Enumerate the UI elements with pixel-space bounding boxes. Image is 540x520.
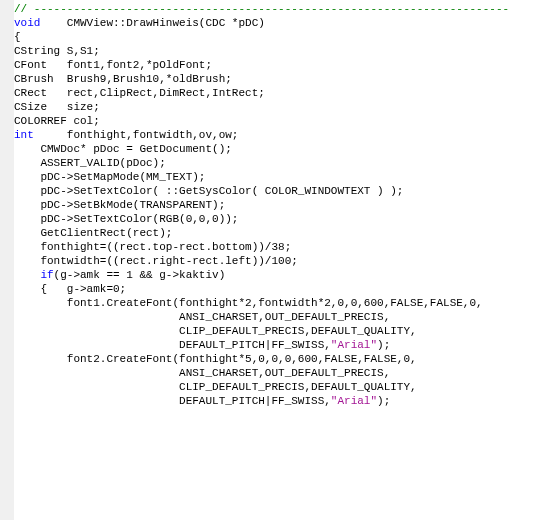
token: ASSERT_VALID(pDoc); [14,157,166,169]
code-line[interactable]: ANSI_CHARSET,OUT_DEFAULT_PRECIS, [14,366,509,380]
code-line[interactable]: CMWDoc* pDoc = GetDocument(); [14,142,509,156]
code-line[interactable]: { [14,30,509,44]
code-line[interactable]: void CMWView::DrawHinweis(CDC *pDC) [14,16,509,30]
code-line[interactable]: font1.CreateFont(fonthight*2,fontwidth*2… [14,296,509,310]
code-line[interactable]: CString S,S1; [14,44,509,58]
token [14,269,40,281]
token: pDC->SetMapMode(MM_TEXT); [14,171,205,183]
token: CString S,S1; [14,45,100,57]
token: DEFAULT_PITCH|FF_SWISS, [14,339,331,351]
token: fontwidth=((rect.right-rect.left))/100; [14,255,298,267]
token: DEFAULT_PITCH|FF_SWISS, [14,395,331,407]
code-line[interactable]: CFont font1,font2,*pOldFont; [14,58,509,72]
token: ); [377,395,390,407]
code-line[interactable]: // -------------------------------------… [14,2,509,16]
code-line[interactable]: ASSERT_VALID(pDoc); [14,156,509,170]
token: CBrush Brush9,Brush10,*oldBrush; [14,73,232,85]
token: pDC->SetTextColor(RGB(0,0,0)); [14,213,238,225]
code-line[interactable]: pDC->SetTextColor(RGB(0,0,0)); [14,212,509,226]
code-editor[interactable]: // -------------------------------------… [14,0,509,408]
token: font1.CreateFont(fonthight*2,fontwidth*2… [14,297,483,309]
token: fonthight,fontwidth,ov,ow; [34,129,239,141]
token: (g->amk == 1 && g->kaktiv) [54,269,226,281]
token: CMWDoc* pDoc = GetDocument(); [14,143,232,155]
code-line[interactable]: font2.CreateFont(fonthight*5,0,0,0,600,F… [14,352,509,366]
code-line[interactable]: CRect rect,ClipRect,DimRect,IntRect; [14,86,509,100]
token: CLIP_DEFAULT_PRECIS,DEFAULT_QUALITY, [14,325,417,337]
token: CSize size; [14,101,100,113]
token: { g->amk=0; [14,283,126,295]
code-line[interactable]: { g->amk=0; [14,282,509,296]
token: pDC->SetTextColor( ::GetSysColor( COLOR_… [14,185,403,197]
token-kw: int [14,129,34,141]
token: pDC->SetBkMode(TRANSPARENT); [14,199,225,211]
code-line[interactable]: pDC->SetMapMode(MM_TEXT); [14,170,509,184]
token: ANSI_CHARSET,OUT_DEFAULT_PRECIS, [14,367,390,379]
code-line[interactable]: pDC->SetBkMode(TRANSPARENT); [14,198,509,212]
token: CMWView::DrawHinweis(CDC *pDC) [40,17,264,29]
token: font2.CreateFont(fonthight*5,0,0,0,600,F… [14,353,417,365]
token-str: "Arial" [331,339,377,351]
code-line[interactable]: CLIP_DEFAULT_PRECIS,DEFAULT_QUALITY, [14,380,509,394]
code-line[interactable]: if(g->amk == 1 && g->kaktiv) [14,268,509,282]
token-kw: if [40,269,53,281]
token: COLORREF col; [14,115,100,127]
token-str: "Arial" [331,395,377,407]
code-line[interactable]: CSize size; [14,100,509,114]
token: CFont font1,font2,*pOldFont; [14,59,212,71]
token-cmt: // -------------------------------------… [14,3,509,15]
token: ANSI_CHARSET,OUT_DEFAULT_PRECIS, [14,311,390,323]
token: ); [377,339,390,351]
token: CRect rect,ClipRect,DimRect,IntRect; [14,87,265,99]
code-line[interactable]: DEFAULT_PITCH|FF_SWISS,"Arial"); [14,338,509,352]
token: fonthight=((rect.top-rect.bottom))/38; [14,241,291,253]
editor-gutter [0,0,14,520]
token: CLIP_DEFAULT_PRECIS,DEFAULT_QUALITY, [14,381,417,393]
code-line[interactable]: fonthight=((rect.top-rect.bottom))/38; [14,240,509,254]
code-line[interactable]: COLORREF col; [14,114,509,128]
token-kw: void [14,17,40,29]
code-line[interactable]: GetClientRect(rect); [14,226,509,240]
code-line[interactable]: CLIP_DEFAULT_PRECIS,DEFAULT_QUALITY, [14,324,509,338]
code-line[interactable]: fontwidth=((rect.right-rect.left))/100; [14,254,509,268]
code-line[interactable]: DEFAULT_PITCH|FF_SWISS,"Arial"); [14,394,509,408]
code-line[interactable]: CBrush Brush9,Brush10,*oldBrush; [14,72,509,86]
code-line[interactable]: pDC->SetTextColor( ::GetSysColor( COLOR_… [14,184,509,198]
token: GetClientRect(rect); [14,227,172,239]
code-line[interactable]: int fonthight,fontwidth,ov,ow; [14,128,509,142]
token: { [14,31,21,43]
code-line[interactable]: ANSI_CHARSET,OUT_DEFAULT_PRECIS, [14,310,509,324]
